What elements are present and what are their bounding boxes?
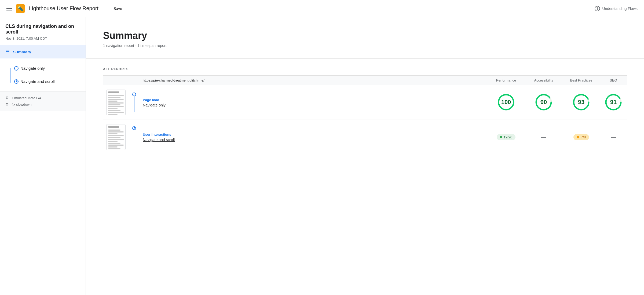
- thumb-line: [108, 110, 120, 111]
- logo-icon: 🔦: [16, 4, 25, 13]
- table-row: Page load Navigate only 100: [103, 85, 627, 120]
- bp-score-value-2: 7/8: [581, 135, 586, 139]
- access-score-value-1: 90: [540, 99, 547, 106]
- report-info-cell-1: Page load Navigate only: [140, 85, 487, 120]
- bp-col-header: Best Practices: [562, 76, 600, 85]
- thumb-line: [108, 133, 118, 134]
- sidebar-item-summary[interactable]: ☰ Summary: [0, 45, 86, 58]
- thumb-line: [108, 141, 118, 142]
- report-info-cell-2: User interactions Navigate and scroll: [140, 120, 487, 154]
- access-col-header: Accessibility: [525, 76, 562, 85]
- thumb-line: [108, 135, 124, 136]
- seo-dash-2: —: [611, 134, 616, 140]
- access-score-cell-2: —: [525, 120, 562, 154]
- seo-col-header: SEO: [600, 76, 627, 85]
- nav-item-label: Navigate and scroll: [20, 79, 55, 84]
- main-content: Summary 1 navigation report · 1 timespan…: [86, 17, 644, 295]
- thumbnail-cell-2: [103, 120, 129, 154]
- report-type-label-2: User interactions: [143, 132, 484, 137]
- thumb-line: [108, 145, 124, 146]
- flow-line: [134, 96, 134, 112]
- thumb-line: [108, 130, 120, 131]
- sidebar-meta: 🖥 Emulated Moto G4 ⚙ 4x slowdown: [0, 91, 86, 111]
- report-name-link-2[interactable]: Navigate and scroll: [143, 138, 484, 142]
- orange-square-icon: [577, 136, 579, 138]
- thumb-line: [108, 131, 124, 132]
- project-date: Nov 3, 2021, 7:00 AM CDT: [5, 36, 80, 40]
- meta-device-label: Emulated Moto G4: [12, 96, 41, 100]
- understanding-flows-link[interactable]: ? Understanding Flows: [595, 6, 638, 11]
- flow-dot-clock: [132, 126, 136, 130]
- reports-section: ALL REPORTS https://pie-charmed-treatmen…: [86, 59, 644, 163]
- thumb-line: [108, 99, 124, 100]
- thumb-line: [108, 97, 120, 98]
- thumb-line: [108, 146, 118, 148]
- bp-score-value-1: 93: [578, 99, 584, 106]
- summary-label: Summary: [13, 50, 31, 54]
- understanding-flows-label: Understanding Flows: [602, 6, 638, 11]
- meta-device: 🖥 Emulated Moto G4: [5, 96, 80, 100]
- perf-col-header: Performance: [487, 76, 525, 85]
- list-icon: ☰: [5, 49, 10, 55]
- summary-subtitle: 1 navigation report · 1 timespan report: [103, 43, 627, 48]
- green-dot-icon: [500, 136, 502, 138]
- meta-cpu-label: 4x slowdown: [12, 102, 31, 106]
- thumb-line: [108, 143, 120, 144]
- save-button[interactable]: Save: [109, 5, 126, 12]
- thumb-line: [108, 108, 118, 109]
- bp-score-pill-2: 7/8: [573, 134, 589, 140]
- help-icon: ?: [595, 6, 600, 11]
- url-col-header: https://pie-charmed-treatment.glitch.me/: [140, 76, 487, 85]
- app-title: Lighthouse User Flow Report: [29, 5, 98, 12]
- sidebar-project: CLS during navigation and on scroll Nov …: [0, 17, 86, 45]
- report-type-label-1: Page load: [143, 98, 484, 102]
- sidebar-item-navigate-scroll[interactable]: Navigate and scroll: [16, 76, 86, 87]
- perf-score-pill-2: 19/20: [497, 134, 516, 140]
- project-title: CLS during navigation and on scroll: [5, 24, 80, 35]
- flow-cell-1: [129, 85, 140, 120]
- thumb-line: [108, 148, 120, 149]
- reports-table: https://pie-charmed-treatment.glitch.me/…: [103, 76, 627, 154]
- sidebar-item-navigate-only[interactable]: Navigate only: [16, 63, 86, 74]
- sidebar: CLS during navigation and on scroll Nov …: [0, 17, 86, 295]
- monitor-icon: 🖥: [5, 96, 9, 100]
- report-name-link-1[interactable]: Navigate only: [143, 103, 484, 107]
- table-row: User interactions Navigate and scroll 19…: [103, 120, 627, 154]
- thumb-line: [108, 104, 120, 105]
- thumb-col-header: [103, 76, 129, 85]
- thumb-line: [108, 101, 118, 102]
- thumb-line: [108, 91, 119, 93]
- sidebar-nav: Navigate only Navigate and scroll: [0, 58, 86, 91]
- access-dash-2: —: [541, 134, 546, 140]
- seo-score-value-1: 91: [610, 99, 617, 106]
- thumb-line: [108, 137, 120, 138]
- seo-score-cell-1: 91: [600, 85, 627, 120]
- thumb-line: [108, 126, 119, 128]
- perf-score-value-2: 19/20: [504, 135, 513, 139]
- seo-score-cell-2: —: [600, 120, 627, 154]
- thumb-line: [108, 102, 124, 104]
- perf-score-value-1: 100: [501, 99, 511, 106]
- all-reports-label: ALL REPORTS: [103, 67, 627, 71]
- nav-item-label: Navigate only: [20, 66, 45, 71]
- bp-score-cell-1: 93: [562, 85, 600, 120]
- flow-cell-2: [129, 120, 140, 154]
- thumbnail-cell-1: [103, 85, 129, 120]
- meta-cpu: ⚙ 4x slowdown: [5, 102, 80, 106]
- summary-title: Summary: [103, 30, 627, 41]
- thumb-line: [108, 95, 124, 96]
- cpu-icon: ⚙: [5, 102, 9, 106]
- summary-section: Summary 1 navigation report · 1 timespan…: [86, 17, 644, 59]
- flow-dot-circle: [132, 93, 136, 96]
- thumb-line: [108, 114, 118, 115]
- table-header-row: https://pie-charmed-treatment.glitch.me/…: [103, 76, 627, 85]
- menu-icon[interactable]: [6, 7, 12, 10]
- access-score-cell-1: 90: [525, 85, 562, 120]
- perf-score-cell-1: 100: [487, 85, 525, 120]
- thumb-line: [108, 106, 124, 107]
- perf-score-cell-2: 19/20: [487, 120, 525, 154]
- url-header: https://pie-charmed-treatment.glitch.me/: [143, 78, 204, 82]
- header: 🔦 Lighthouse User Flow Report Save ? Und…: [0, 0, 644, 17]
- flow-col-header: [129, 76, 140, 85]
- bp-score-cell-2: 7/8: [562, 120, 600, 154]
